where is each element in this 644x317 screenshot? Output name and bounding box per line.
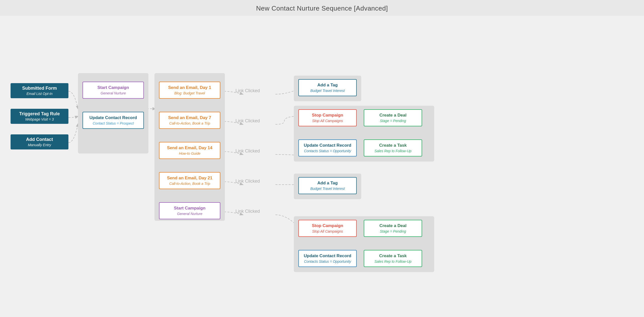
create-deal-2-sub: Stage = Pending — [368, 229, 418, 233]
email-day7-main: Send an Email, Day 7 — [163, 115, 216, 120]
link-clicked-2: Link Clicked — [235, 118, 260, 124]
stop-campaign-2-main: Stop Campaign — [302, 223, 353, 228]
trigger-add-contact[interactable]: Add Contact Manually Entry — [11, 134, 68, 149]
add-tag-1-sub: Budget Travel Interest — [302, 89, 353, 93]
email-day1[interactable]: Send an Email, Day 1 Blog: Budget Travel — [159, 82, 220, 99]
create-task-2[interactable]: Create a Task Sales Rep to Follow-Up — [364, 250, 422, 267]
email-day21[interactable]: Send an Email, Day 21 Call-to-Action, Bo… — [159, 172, 220, 189]
page-title-bar: New Contact Nurture Sequence [Advanced] — [0, 0, 644, 16]
stop-campaign-1-sub: Stop All Campaigns — [302, 119, 353, 123]
add-tag-1-main: Add a Tag — [302, 83, 353, 88]
start-campaign-1[interactable]: Start Campaign General Nurture — [83, 82, 144, 99]
stop-campaign-2[interactable]: Stop Campaign Stop All Campaigns — [298, 220, 357, 237]
stop-campaign-2-sub: Stop All Campaigns — [302, 229, 353, 233]
link-clicked-4: Link Clicked — [235, 179, 260, 184]
create-deal-2-main: Create a Deal — [368, 223, 418, 228]
email-day14-main: Send an Email, Day 14 — [163, 145, 216, 150]
email-day14[interactable]: Send an Email, Day 14 How-to Guide — [159, 142, 220, 159]
page-title: New Contact Nurture Sequence [Advanced] — [256, 5, 388, 12]
create-deal-2[interactable]: Create a Deal Stage = Pending — [364, 220, 422, 237]
add-tag-2[interactable]: Add a Tag Budget Travel Interest — [298, 177, 357, 194]
trigger-tag-rule-main: Triggered Tag Rule — [15, 111, 64, 117]
update-contact-1[interactable]: Update Contact Record Contact Status = P… — [83, 112, 144, 129]
start-campaign-1-main: Start Campaign — [87, 85, 140, 90]
email-day14-sub: How-to Guide — [163, 151, 216, 155]
email-day1-sub: Blog: Budget Travel — [163, 91, 216, 95]
create-task-2-sub: Sales Rep to Follow-Up — [368, 259, 418, 263]
create-task-2-main: Create a Task — [368, 253, 418, 258]
create-deal-1[interactable]: Create a Deal Stage = Pending — [364, 109, 422, 126]
start-campaign-2-sub: General Nurture — [163, 212, 216, 216]
update-contact-2-sub: Contacts Status = Opportunity — [302, 149, 353, 153]
update-contact-1-sub: Contact Status = Prospect — [87, 121, 140, 125]
update-contact-2[interactable]: Update Contact Record Contacts Status = … — [298, 139, 357, 156]
link-clicked-5: Link Clicked — [235, 209, 260, 214]
trigger-add-contact-sub: Manually Entry — [15, 143, 64, 147]
update-contact-2-main: Update Contact Record — [302, 143, 353, 148]
stop-campaign-1[interactable]: Stop Campaign Stop All Campaigns — [298, 109, 357, 126]
create-task-1-main: Create a Task — [368, 143, 418, 148]
start-campaign-2-main: Start Campaign — [163, 206, 216, 211]
update-contact-3[interactable]: Update Contact Record Contacts Status = … — [298, 250, 357, 267]
create-deal-1-main: Create a Deal — [368, 113, 418, 118]
stop-campaign-1-main: Stop Campaign — [302, 113, 353, 118]
start-campaign-2[interactable]: Start Campaign General Nurture — [159, 202, 220, 219]
update-contact-3-main: Update Contact Record — [302, 253, 353, 258]
add-tag-2-sub: Budget Travel Interest — [302, 187, 353, 191]
add-tag-2-main: Add a Tag — [302, 181, 353, 186]
trigger-add-contact-main: Add Contact — [15, 137, 64, 142]
trigger-tag-rule-sub: Webpage Visit = 3 — [15, 117, 64, 121]
trigger-submitted-form-sub: Email List Opt-In — [15, 92, 64, 96]
link-clicked-1: Link Clicked — [235, 88, 260, 93]
email-day1-main: Send an Email, Day 1 — [163, 85, 216, 90]
trigger-tag-rule[interactable]: Triggered Tag Rule Webpage Visit = 3 — [11, 109, 68, 124]
start-campaign-1-sub: General Nurture — [87, 91, 140, 95]
update-contact-1-main: Update Contact Record — [87, 115, 140, 120]
email-day7[interactable]: Send an Email, Day 7 Call-to-Action, Boo… — [159, 112, 220, 129]
trigger-submitted-form[interactable]: Submitted Form Email List Opt-In — [11, 83, 68, 98]
create-deal-1-sub: Stage = Pending — [368, 119, 418, 123]
link-clicked-3: Link Clicked — [235, 148, 260, 154]
update-contact-3-sub: Contacts Status = Opportunity — [302, 259, 353, 263]
add-tag-1[interactable]: Add a Tag Budget Travel Interest — [298, 79, 357, 96]
email-day7-sub: Call-to-Action, Book a Trip — [163, 121, 216, 125]
create-task-1-sub: Sales Rep to Follow-Up — [368, 149, 418, 153]
trigger-submitted-form-main: Submitted Form — [15, 86, 64, 91]
create-task-1[interactable]: Create a Task Sales Rep to Follow-Up — [364, 139, 422, 156]
email-day21-main: Send an Email, Day 21 — [163, 176, 216, 181]
canvas: Submitted Form Email List Opt-In Trigger… — [0, 16, 644, 317]
email-day21-sub: Call-to-Action, Book a Trip — [163, 182, 216, 186]
